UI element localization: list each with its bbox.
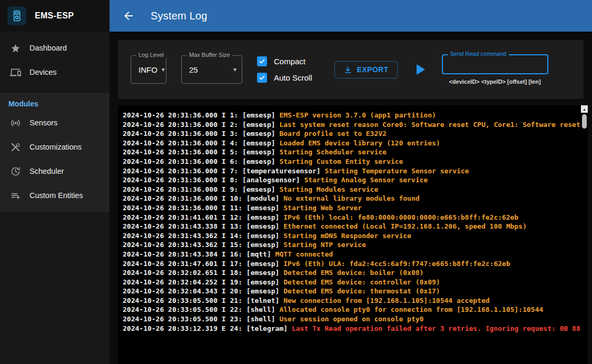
update-clock-icon xyxy=(9,166,22,177)
log-line: 2024-10-26 20:31:43.362 I 14: [emsesp] S… xyxy=(123,231,580,241)
ems-esp-app: EMS-ESP Dashboard Devices xyxy=(0,0,592,364)
sidebar-nav: Dashboard Devices xyxy=(0,32,110,88)
app-logo-row: EMS-ESP xyxy=(0,0,110,32)
sidebar-item-customizations[interactable]: Customizations xyxy=(0,135,110,159)
log-line-message: User session opened on console pty0 xyxy=(279,315,423,323)
log-line-meta: 2024-10-26 20:31:36.000 I 2: [emsesp] xyxy=(123,121,279,129)
scrollbar-up-button[interactable]: ▲ xyxy=(581,105,588,113)
log-line-message: Board profile set to E32V2 xyxy=(279,130,387,137)
devices-icon xyxy=(9,67,22,78)
log-line-meta: 2024-10-26 20:31:36.000 I 8: [analogsens… xyxy=(123,176,304,184)
sidebar-item-label: Devices xyxy=(29,68,57,76)
sidebar-item-label: Dashboard xyxy=(29,44,67,52)
tools-icon xyxy=(9,142,22,153)
back-button[interactable] xyxy=(118,5,139,26)
auto-scroll-checkbox-row[interactable]: Auto Scroll xyxy=(257,73,312,83)
log-line: 2024-10-26 20:32:04.343 I 20: [emsesp] D… xyxy=(123,287,580,296)
log-line-meta: 2024-10-26 20:31:36.000 I 11: [emsesp] xyxy=(123,204,283,212)
playlist-add-icon xyxy=(9,190,22,201)
log-line-message: Starting NTP service xyxy=(283,241,366,249)
chevron-down-icon: ▾ xyxy=(233,66,236,73)
log-line: 2024-10-26 20:32:02.651 I 18: [emsesp] D… xyxy=(123,268,580,278)
log-line-meta: 2024-10-26 20:33:05.500 I 23: [shell] xyxy=(123,315,279,323)
compact-checkbox[interactable] xyxy=(257,56,267,66)
log-output[interactable]: 2024-10-26 20:31:36.000 I 1: [emsesp] EM… xyxy=(118,105,580,364)
log-line-message: Detected EMS device: boiler (0x08) xyxy=(283,269,423,277)
sidebar-item-sensors[interactable]: Sensors xyxy=(0,111,110,135)
sidebar-item-devices[interactable]: Devices xyxy=(0,60,110,84)
log-line: 2024-10-26 20:31:36.000 I 3: [emsesp] Bo… xyxy=(123,129,580,139)
log-line-message: Detected EMS device: thermostat (0x17) xyxy=(283,287,440,295)
log-line: 2024-10-26 20:31:36.000 I 1: [emsesp] EM… xyxy=(123,111,580,120)
export-button-label: EXPORT xyxy=(357,65,389,74)
log-line-meta: 2024-10-26 20:31:43.362 I 15: [emsesp] xyxy=(123,241,283,249)
log-line-meta: 2024-10-26 20:32:04.252 I 19: [emsesp] xyxy=(123,278,283,286)
log-line-meta: 2024-10-26 20:31:41.601 I 12: [emsesp] xyxy=(123,213,283,221)
max-buffer-size-label: Max Buffer Size xyxy=(186,52,232,58)
scrollbar-thumb[interactable] xyxy=(582,114,587,129)
auto-scroll-checkbox-label[interactable]: Auto Scroll xyxy=(274,73,312,82)
send-read-command-group: Send Read command <deviceID> <typeID> [o… xyxy=(442,54,548,85)
play-icon[interactable] xyxy=(417,64,425,75)
log-line: 2024-10-26 20:33:12.319 E 24: [telegram]… xyxy=(123,324,580,333)
log-line-message: EMS-ESP version 3.7.0 (app1 partition) xyxy=(279,111,436,119)
max-buffer-size-value: 25 xyxy=(189,65,198,74)
app-title: EMS-ESP xyxy=(35,11,74,21)
log-line-meta: 2024-10-26 20:33:05.500 I 21: [telnet] xyxy=(123,297,283,304)
log-line: 2024-10-26 20:31:43.362 I 15: [emsesp] S… xyxy=(123,240,580,250)
log-line-message: Loaded EMS device library (120 entries) xyxy=(279,139,440,147)
log-line: 2024-10-26 20:31:36.000 I 10: [module] N… xyxy=(123,194,580,203)
arrow-back-icon xyxy=(122,9,135,22)
sidebar-item-scheduler[interactable]: Scheduler xyxy=(0,159,110,183)
log-line-meta: 2024-10-26 20:31:43.362 I 14: [emsesp] xyxy=(123,232,283,240)
log-line-message: Ethernet connected (Local IP=192.168.1.2… xyxy=(283,222,527,230)
compact-checkbox-row[interactable]: Compact xyxy=(257,56,312,66)
log-line-meta: 2024-10-26 20:31:36.000 I 7: [temperatur… xyxy=(123,167,325,175)
log-line-message: MQTT connected xyxy=(275,250,333,258)
log-level-value: INFO xyxy=(139,65,157,74)
log-line-message: Starting Scheduler service xyxy=(279,148,387,156)
log-line-meta: 2024-10-26 20:31:47.601 I 17: [emsesp] xyxy=(123,260,283,268)
sidebar-item-dashboard[interactable]: Dashboard xyxy=(0,36,110,60)
log-line-message: Last Tx Read operation failed after 3 re… xyxy=(292,324,580,332)
sensors-icon xyxy=(9,117,22,129)
sidebar-item-custom-entities[interactable]: Custom Entities xyxy=(0,183,110,208)
log-line: 2024-10-26 20:31:36.000 I 7: [temperatur… xyxy=(123,166,580,176)
log-scrollbar[interactable]: ▲ xyxy=(581,105,588,364)
compact-checkbox-label[interactable]: Compact xyxy=(274,57,305,66)
page-title: System Log xyxy=(151,10,208,22)
send-read-command-field[interactable]: Send Read command xyxy=(442,54,548,74)
max-buffer-size-select[interactable]: Max Buffer Size 25 ▾ xyxy=(181,55,242,84)
log-line-meta: 2024-10-26 20:31:43.338 I 13: [emsesp] xyxy=(123,222,283,230)
log-controls-card: Log Level INFO ▾ Max Buffer Size 25 ▾ Co… xyxy=(118,40,584,99)
log-line: 2024-10-26 20:31:36.000 I 8: [analogsens… xyxy=(123,175,580,185)
log-line-message: Starting Analog Sensor service xyxy=(304,176,428,184)
log-line: 2024-10-26 20:31:36.000 I 5: [emsesp] St… xyxy=(123,147,580,157)
log-level-select[interactable]: Log Level INFO ▾ xyxy=(131,55,166,84)
log-line-message: Detected EMS device: controller (0x09) xyxy=(283,278,440,286)
log-line-meta: 2024-10-26 20:31:43.384 I 16: [mqtt] xyxy=(123,250,275,258)
log-line-message: Starting Temperature Sensor service xyxy=(325,167,469,175)
log-line: 2024-10-26 20:33:05.500 I 21: [telnet] N… xyxy=(123,296,580,306)
log-line-meta: 2024-10-26 20:31:36.000 I 3: [emsesp] xyxy=(123,130,279,137)
log-line: 2024-10-26 20:31:43.338 I 13: [emsesp] E… xyxy=(123,222,580,231)
log-line-message: IPv6 (Eth) ULA: fda2:4cc5:6af9:f747:e665… xyxy=(283,260,510,268)
log-line-meta: 2024-10-26 20:31:36.000 I 5: [emsesp] xyxy=(123,148,279,156)
main-content: Log Level INFO ▾ Max Buffer Size 25 ▾ Co… xyxy=(110,32,592,364)
log-line-meta: 2024-10-26 20:31:36.000 I 10: [module] xyxy=(123,194,283,202)
log-line: 2024-10-26 20:31:47.601 I 17: [emsesp] I… xyxy=(123,259,580,269)
log-line-message: New connection from [192.168.1.105]:1054… xyxy=(283,297,489,304)
send-read-command-input[interactable] xyxy=(443,55,547,73)
sidebar-item-label: Scheduler xyxy=(29,167,64,175)
log-line: 2024-10-26 20:31:43.384 I 16: [mqtt] MQT… xyxy=(123,250,580,259)
log-line-meta: 2024-10-26 20:32:04.343 I 20: [emsesp] xyxy=(123,287,283,295)
modules-section: Modules Sensors xyxy=(0,93,110,212)
system-log-panel: 2024-10-26 20:31:36.000 I 1: [emsesp] EM… xyxy=(118,105,588,364)
log-line-message: Allocated console pty0 for connection fr… xyxy=(279,306,543,313)
log-line-meta: 2024-10-26 20:32:02.651 I 18: [emsesp] xyxy=(123,269,283,277)
sidebar-item-label: Custom Entities xyxy=(29,191,83,200)
auto-scroll-checkbox[interactable] xyxy=(257,73,267,83)
log-checkbox-group: Compact Auto Scroll xyxy=(257,56,312,83)
modules-section-title: Modules xyxy=(0,93,110,111)
export-button[interactable]: EXPORT xyxy=(334,61,398,78)
